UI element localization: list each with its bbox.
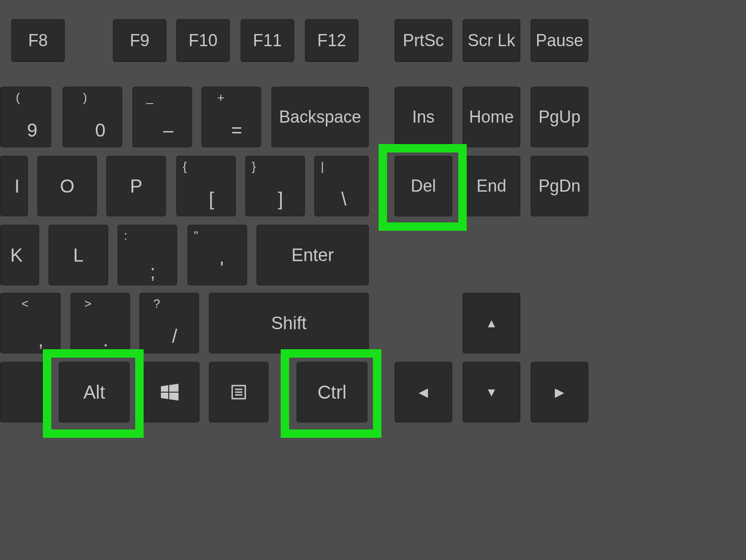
key-pgdn[interactable]: PgDn: [531, 156, 588, 216]
key-comma[interactable]: < ,: [0, 293, 61, 353]
key-menu[interactable]: [209, 362, 269, 422]
key-semicolon[interactable]: : ;: [117, 225, 177, 285]
arrow-down-icon: ▼: [485, 385, 497, 400]
key-lower: ': [220, 258, 224, 279]
key-f10[interactable]: F10: [176, 19, 230, 62]
key-upper: |: [321, 159, 324, 174]
key-shift[interactable]: Shift: [209, 293, 369, 353]
key-p[interactable]: P: [106, 156, 166, 216]
key-upper: ?: [153, 297, 160, 311]
key-period[interactable]: > .: [70, 293, 130, 353]
key-upper: +: [217, 90, 224, 105]
key-upper: (: [16, 90, 20, 105]
key-enter[interactable]: Enter: [256, 225, 369, 285]
key-unknown-left[interactable]: [0, 362, 49, 422]
key-f9[interactable]: F9: [113, 19, 166, 62]
key-lower: /: [172, 326, 177, 347]
key-pause[interactable]: Pause: [531, 19, 588, 62]
key-upper: {: [183, 159, 187, 174]
key-label: Alt: [83, 382, 105, 403]
key-upper: :: [124, 228, 127, 243]
key-equals[interactable]: + =: [201, 87, 261, 147]
key-scrlk[interactable]: Scr Lk: [463, 19, 520, 62]
svg-marker-2: [161, 393, 168, 399]
key-label: End: [477, 176, 506, 196]
key-upper: _: [146, 90, 153, 105]
key-upper: >: [84, 297, 91, 311]
key-label: F11: [253, 31, 282, 50]
key-label: Backspace: [279, 107, 361, 127]
key-end[interactable]: End: [463, 156, 520, 216]
key-quote[interactable]: " ': [187, 225, 247, 285]
arrow-left-icon: ◀: [419, 385, 428, 400]
key-upper: }: [252, 159, 256, 174]
key-lower: 9: [27, 120, 37, 141]
key-upper: <: [21, 297, 28, 311]
key-backslash[interactable]: | \: [314, 156, 369, 216]
key-arrow-right[interactable]: ▶: [531, 362, 588, 422]
key-windows[interactable]: [140, 362, 200, 422]
svg-marker-0: [161, 385, 168, 392]
key-label: PrtSc: [403, 31, 444, 50]
key-lower: ;: [150, 262, 155, 283]
key-label: O: [60, 176, 74, 197]
key-label: Shift: [271, 313, 306, 333]
key-label: P: [130, 176, 143, 197]
key-arrow-up[interactable]: ▲: [463, 293, 520, 353]
menu-icon: [229, 383, 248, 401]
key-pgup[interactable]: PgUp: [531, 87, 588, 147]
key-alt[interactable]: Alt: [59, 362, 130, 422]
arrow-up-icon: ▲: [485, 316, 497, 331]
key-upper: ): [83, 90, 87, 105]
svg-marker-3: [169, 393, 179, 401]
key-backspace[interactable]: Backspace: [271, 87, 369, 147]
key-slash[interactable]: ? /: [139, 293, 199, 353]
key-ins[interactable]: Ins: [394, 87, 452, 147]
key-prtsc[interactable]: PrtSc: [394, 19, 452, 62]
key-label: Ctrl: [318, 382, 346, 403]
key-f8[interactable]: F8: [11, 19, 65, 62]
svg-marker-1: [169, 384, 179, 392]
key-label: F9: [130, 31, 149, 50]
key-arrow-left[interactable]: ◀: [394, 362, 452, 422]
key-label: I: [14, 176, 20, 197]
key-label: F12: [317, 31, 346, 50]
key-i[interactable]: I: [0, 156, 28, 216]
key-label: Enter: [291, 245, 334, 265]
key-arrow-down[interactable]: ▼: [463, 362, 520, 422]
key-o[interactable]: O: [37, 156, 97, 216]
key-label: F10: [188, 31, 217, 50]
key-minus[interactable]: _ –: [132, 87, 192, 147]
key-label: Ins: [412, 107, 435, 127]
arrow-right-icon: ▶: [555, 385, 564, 400]
key-ctrl[interactable]: Ctrl: [297, 362, 367, 422]
key-lower: –: [163, 120, 173, 141]
key-f11[interactable]: F11: [241, 19, 294, 62]
key-lower: 0: [95, 120, 105, 141]
key-label: PgUp: [539, 107, 580, 127]
key-label: Home: [469, 107, 514, 127]
key-lower: ]: [278, 189, 283, 210]
key-home[interactable]: Home: [463, 87, 520, 147]
key-lower: [: [209, 189, 214, 210]
key-l[interactable]: L: [48, 225, 108, 285]
key-del[interactable]: Del: [394, 156, 452, 216]
key-rbracket[interactable]: } ]: [245, 156, 305, 216]
key-0[interactable]: ) 0: [62, 87, 122, 147]
key-label: L: [73, 245, 83, 266]
key-upper: ": [194, 228, 198, 243]
key-lbracket[interactable]: { [: [176, 156, 236, 216]
key-label: Del: [411, 176, 436, 196]
key-label: Pause: [536, 31, 583, 50]
key-f12[interactable]: F12: [305, 19, 359, 62]
key-9[interactable]: ( 9: [0, 87, 51, 147]
key-k[interactable]: K: [0, 225, 39, 285]
key-lower: ,: [38, 330, 43, 351]
key-label: F8: [28, 31, 48, 50]
key-label: Scr Lk: [468, 31, 515, 50]
key-label: K: [10, 245, 23, 266]
key-lower: .: [103, 330, 108, 351]
key-lower: =: [231, 120, 242, 141]
keyboard: F8 F9 F10 F11 F12 PrtSc Scr Lk Pause ( 9…: [0, 0, 746, 560]
key-lower: \: [341, 189, 346, 210]
